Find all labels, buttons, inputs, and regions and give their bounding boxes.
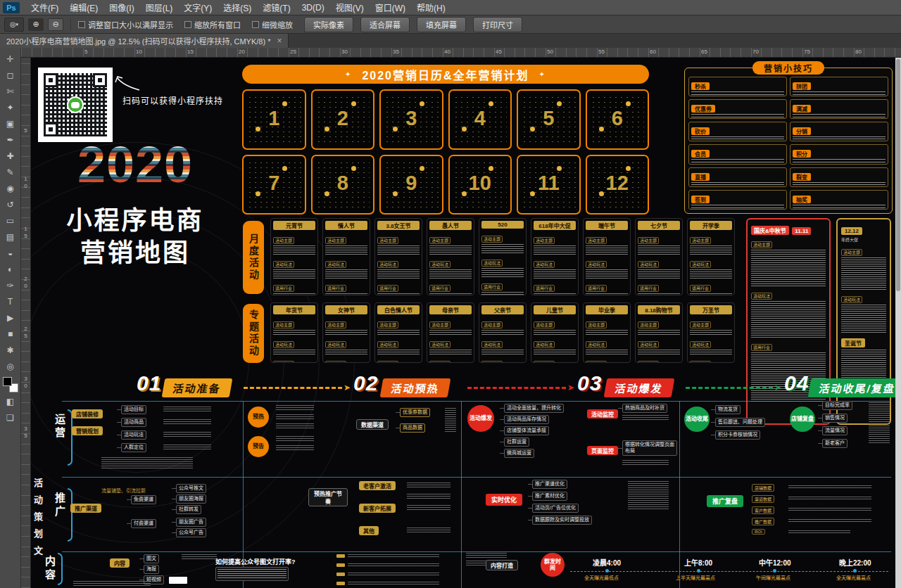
tip-card: 分销 [790,122,888,141]
menu-layer[interactable]: 图层(L) [140,0,179,15]
activity-tag-card: 毕业季活动主题活动玩法适用行业 [583,302,631,363]
tip-card: 拼团 [790,77,888,96]
flow-pill: 推广渠道 [70,504,101,513]
resize-window-checkbox[interactable]: 调整窗口大小以满屏显示 [78,19,173,30]
calendar-month: 7 [242,155,306,215]
document-canvas[interactable]: 扫码可以获得小程序扶持 2020 小程序电商 营销地图 ✦ 2020营销日历&全… [31,58,895,588]
menu-select[interactable]: 选择(S) [218,0,257,15]
eraser-tool[interactable]: ▭ [2,212,19,229]
activity-tag-card: 开学季活动主题活动玩法适用行业 [687,218,735,295]
calendar-month: 6 [586,89,650,150]
photoshop-logo: Ps [3,2,20,13]
clone-stamp-tool[interactable]: ◉ [2,180,19,196]
fit-screen-button[interactable]: 适合屏幕 [360,17,410,32]
row-label-content: 内容 [42,556,57,582]
color-swatches[interactable] [2,376,19,393]
flow-chip: ROI [752,529,765,535]
calendar-month: 11 [517,155,581,215]
fill-screen-button[interactable]: 填充屏幕 [417,17,466,32]
calendar-month: 5 [517,89,581,150]
qr-eye-icon [44,73,58,87]
flow-node: 商品数据 [400,423,425,433]
menu-help[interactable]: 帮助(H) [411,0,451,15]
menu-type[interactable]: 文字(Y) [178,0,218,15]
lasso-tool[interactable]: ✄ [2,83,19,99]
flow-node: 根据转化情况调整页面布局 [622,440,677,456]
history-brush-tool[interactable]: ↺ [2,196,19,212]
micro-text [691,91,784,96]
type-tool[interactable]: T [2,293,19,309]
document-tab-bar: 2020小程序电商营销地图.jpg @ 12.5% (扫码可以获得小程序扶持, … [0,34,901,48]
horizontal-ruler[interactable]: 510 1520 2530 3540 4550 5560 6570 7580 [21,48,901,58]
micro-text [788,519,871,523]
document-tab[interactable]: 2020小程序电商营销地图.jpg @ 12.5% (扫码可以获得小程序扶持, … [0,34,289,48]
shape-tool[interactable]: ■ [2,326,19,342]
eyedropper-tool[interactable]: ✒ [2,132,19,148]
flow-node: 新老客户 [822,439,848,448]
timeline-label: 上半天曝光最高点 [676,574,715,581]
gradient-tool[interactable]: ▤ [2,229,19,245]
marquee-tool[interactable]: ◻ [2,67,19,83]
micro-text [622,460,669,466]
tools-panel: ✛ ◻ ✄ ✦ ▣ ✒ ✚ ✎ ◉ ↺ ▭ ▤ ◒ ◐ ✑ T ▶ ■ ✱ ◎ … [0,48,21,588]
menu-edit[interactable]: 编辑(E) [64,0,103,15]
timeline-line [570,571,888,572]
healing-brush-tool[interactable]: ✚ [2,148,19,164]
flow-node: 售后跟进、问题处理 [715,418,765,427]
grid-line [461,401,462,588]
blur-tool[interactable]: ◒ [2,245,19,261]
tip-card: 直播 [688,167,787,187]
dodge-tool[interactable]: ◐ [2,261,19,277]
side-vertical-label: 活动策划文 [31,478,44,563]
menu-image[interactable]: 图像(I) [103,0,139,15]
tip-card: 会员 [688,144,787,164]
quick-mask-button[interactable]: ◧ [2,393,19,409]
activity-tag-card: 白色情人节活动主题活动玩法适用行业 [374,302,422,363]
actual-pixels-button[interactable]: 实际像素 [304,17,353,32]
activity-tag-card: 618年中大促活动主题活动玩法适用行业 [531,218,579,295]
vertical-ruler[interactable]: 510 1520 2530 35 [21,58,31,588]
flow-node: 活动玩法 [121,430,146,440]
menu-window[interactable]: 窗口(W) [370,0,411,15]
flow-node: 热销商品及时补货 [622,404,667,413]
monthly-activities-row: 元宵节活动主题活动玩法适用行业 情人节活动主题活动玩法适用行业 3.8女王节活动… [270,218,735,295]
menu-filter[interactable]: 滤镜(T) [257,0,296,15]
calendar-month: 9 [379,155,443,215]
micro-text [163,419,211,426]
print-size-button[interactable]: 打印尺寸 [473,17,522,32]
flow-node: 优惠券数据 [400,408,430,417]
micro-text [348,563,439,568]
scrollbar-thumb[interactable] [896,59,900,291]
qr-eye-icon [44,122,58,136]
path-select-tool[interactable]: ▶ [2,309,19,326]
close-icon[interactable]: × [277,36,282,46]
tip-card: 秒杀 [688,77,787,96]
row-label-promotion: 推广 [52,492,67,519]
scrubby-zoom-checkbox[interactable]: 细微缩放 [252,19,293,30]
flow-node: 数据跟踪及实时调整投放 [532,516,592,525]
zoom-tool[interactable]: ◎ [2,358,19,374]
crop-tool[interactable]: ▣ [2,115,19,132]
menu-file[interactable]: 文件(F) [25,0,64,15]
flow-circle: 群发时间 [541,553,565,577]
menu-3d[interactable]: 3D(D) [296,1,330,14]
vertical-scrollbar[interactable] [895,58,901,588]
magic-wand-tool[interactable]: ✦ [2,99,19,115]
zoom-all-windows-checkbox[interactable]: 缩放所有窗口 [184,19,241,30]
pen-tool[interactable]: ✑ [2,277,19,293]
special-activities-row: 年货节活动主题活动玩法适用行业 女神节活动主题活动玩法适用行业 白色情人节活动主… [270,302,735,363]
zoom-out-button[interactable]: ⊖ [48,18,63,31]
micro-text [276,423,314,430]
screen-mode-button[interactable]: ❏ [2,409,19,426]
flow-pill: 其他 [359,526,379,535]
zoom-in-button[interactable]: ⊕ [28,18,44,31]
brush-tool[interactable]: ✎ [2,164,19,180]
calendar-month: 1 [242,89,306,150]
micro-text [628,481,669,509]
menu-view[interactable]: 视图(V) [330,0,370,15]
flow-pill: 实时优化 [486,494,522,506]
zoom-tool-preset[interactable]: ◎▾ [4,18,24,32]
move-tool[interactable]: ✛ [2,51,19,67]
hand-tool[interactable]: ✱ [2,342,19,358]
foreground-color[interactable] [3,377,12,386]
